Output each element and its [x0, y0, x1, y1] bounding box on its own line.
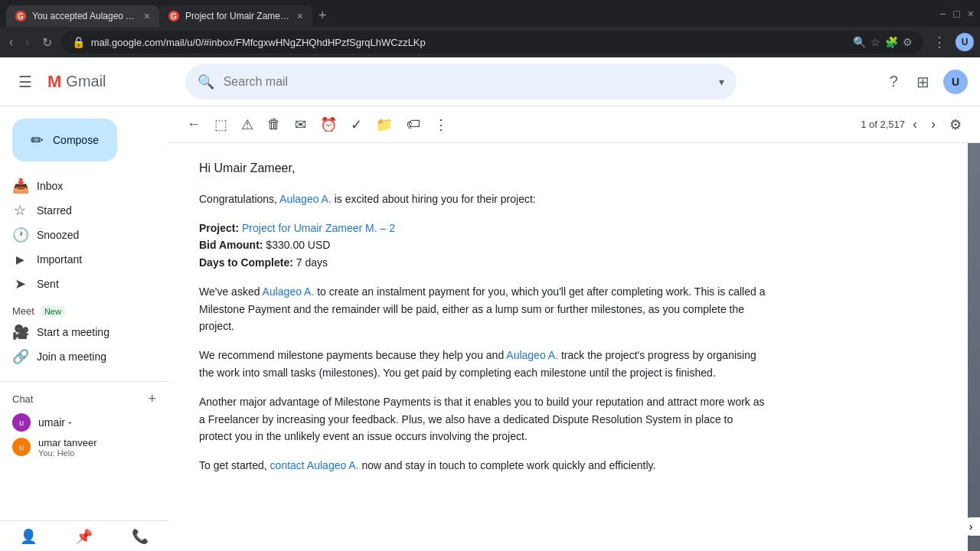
- profile-avatar[interactable]: U: [956, 33, 974, 51]
- snoozed-icon: 🕐: [12, 227, 28, 243]
- email-intro-paragraph: Congratulations, Aulageo A. is excited a…: [199, 191, 766, 207]
- sidebar-item-sent[interactable]: ➤ Sent: [0, 272, 156, 296]
- report-spam-button[interactable]: ⚠: [235, 110, 260, 139]
- email-outer: ← ⬚ ⚠ 🗑 ✉ ⏰ ✓ 📁 🏷 ⋮ 1 of 2,517 ‹ › ⚙: [168, 106, 980, 551]
- search-bar[interactable]: 🔍 ▾: [185, 64, 737, 99]
- bookmark-icon[interactable]: ☆: [871, 36, 880, 48]
- user-avatar[interactable]: U: [943, 70, 968, 94]
- sidebar-item-start-meeting[interactable]: 🎥 Start a meeting: [0, 320, 156, 344]
- tab-1[interactable]: G You accepted Aulageo A.'s Hire ×: [6, 5, 159, 27]
- email-intro-text: Congratulations,: [199, 193, 277, 205]
- email-greeting: Hi Umair Zameer,: [199, 158, 766, 178]
- gmail-m-icon: M: [47, 72, 61, 92]
- content-with-bg: Hi Umair Zameer, Congratulations, Aulage…: [168, 143, 980, 551]
- sidebar-snoozed-label: Snoozed: [37, 229, 144, 241]
- search-lens-icon[interactable]: 🔍: [853, 36, 866, 48]
- sidebar-item-starred[interactable]: ☆ Starred: [0, 198, 156, 223]
- keep-icon[interactable]: 📌: [76, 528, 93, 545]
- back-button[interactable]: ‹: [6, 32, 16, 52]
- email-para2: We've asked Aulageo A. to create an inst…: [199, 283, 766, 334]
- forward-button[interactable]: ›: [22, 32, 32, 52]
- toolbar: ← ⬚ ⚠ 🗑 ✉ ⏰ ✓ 📁 🏷 ⋮ 1 of 2,517 ‹ › ⚙: [168, 106, 980, 143]
- phone-icon[interactable]: 📞: [132, 528, 149, 545]
- tab1-title: You accepted Aulageo A.'s Hire: [32, 11, 138, 21]
- search-dropdown-icon[interactable]: ▾: [719, 76, 724, 88]
- next-email-button[interactable]: ›: [925, 110, 942, 139]
- email-body: Hi Umair Zameer, Congratulations, Aulage…: [199, 158, 766, 474]
- gmail-label: Gmail: [66, 73, 106, 90]
- chat-item-umair[interactable]: u umair -: [0, 410, 168, 435]
- add-chat-icon[interactable]: +: [148, 391, 156, 407]
- contact-link[interactable]: contact Aulageo A.: [270, 459, 359, 471]
- bid-label: Bid Amount:: [199, 239, 263, 251]
- link-icon: 🔗: [12, 348, 28, 365]
- task-button[interactable]: ✓: [345, 110, 368, 139]
- window-controls: − □ ×: [939, 8, 974, 20]
- tab-2[interactable]: G Project for Umair Zameer M. -- 2 ×: [159, 5, 312, 27]
- umair-chat-name: umair -: [38, 416, 156, 429]
- browser-chrome: G You accepted Aulageo A.'s Hire × G Pro…: [0, 0, 980, 27]
- more-icon[interactable]: ⋮: [929, 31, 949, 54]
- prev-email-button[interactable]: ‹: [906, 110, 923, 139]
- move-to-button[interactable]: 📁: [370, 110, 399, 139]
- back-to-inbox-button[interactable]: ←: [181, 110, 207, 139]
- aulageo-link-3[interactable]: Aulageo A.: [506, 349, 558, 361]
- settings-button[interactable]: ⚙: [943, 110, 968, 139]
- gmail-container: ☰ M Gmail 🔍 ▾ ? ⊞ U ✏ Compose 📥 Inbox: [0, 57, 980, 551]
- main-layout: ✏ Compose 📥 Inbox ☆ Starred 🕐 Snoozed ▶ …: [0, 106, 980, 551]
- join-meeting-label: Join a meeting: [37, 350, 144, 363]
- email-count: 1 of 2,517: [861, 119, 905, 130]
- toolbar-nav: ‹ ›: [906, 110, 942, 139]
- archive-button[interactable]: ⬚: [208, 110, 234, 139]
- snooze-button[interactable]: ⏰: [314, 110, 343, 139]
- maximize-button[interactable]: □: [953, 8, 959, 20]
- chat-item-umar-tanveer[interactable]: u umar tanveer You: Helo: [0, 435, 168, 459]
- compose-plus-icon: ✏: [31, 131, 44, 149]
- project-link[interactable]: Project for Umair Zameer M. – 2: [242, 222, 395, 234]
- delete-button[interactable]: 🗑: [261, 110, 287, 139]
- contacts-icon[interactable]: 👤: [20, 528, 37, 545]
- meet-badge: New: [41, 306, 65, 317]
- sidebar-item-join-meeting[interactable]: 🔗 Join a meeting: [0, 344, 156, 369]
- umair-avatar: u: [12, 413, 31, 432]
- tab2-close[interactable]: ×: [297, 10, 303, 22]
- aulageo-link-1[interactable]: Aulageo A.: [279, 193, 332, 205]
- email-para3: We recommend milestone payments because …: [199, 347, 766, 381]
- search-icon: 🔍: [198, 73, 214, 90]
- more-options-button[interactable]: ⋮: [428, 110, 454, 139]
- address-text: mail.google.com/mail/u/0/#inbox/FMfcgxwH…: [91, 37, 847, 48]
- meet-label: Meet: [12, 305, 34, 317]
- umar-tanveer-sub: You: Helo: [38, 448, 156, 458]
- sidebar-item-important[interactable]: ▶ Important: [0, 247, 156, 272]
- hamburger-menu[interactable]: ☰: [12, 67, 38, 97]
- help-icon[interactable]: ?: [885, 68, 903, 95]
- chrome-ext-icon[interactable]: ⚙: [903, 36, 913, 48]
- chat-section: Chat + u umair - u umar tanveer You: Hel…: [0, 381, 168, 465]
- new-tab-button[interactable]: +: [312, 5, 333, 27]
- browser-tabs: G You accepted Aulageo A.'s Hire × G Pro…: [6, 0, 927, 27]
- important-icon: ▶: [12, 253, 28, 266]
- search-input[interactable]: [224, 75, 710, 89]
- video-icon: 🎥: [12, 324, 28, 341]
- puzzle-icon[interactable]: 🧩: [885, 36, 898, 48]
- aulageo-link-2[interactable]: Aulageo A.: [263, 285, 315, 298]
- address-bar[interactable]: 🔒 mail.google.com/mail/u/0/#inbox/FMfcgx…: [61, 31, 923, 54]
- email-para3-start: We recommend milestone payments because …: [199, 349, 506, 361]
- header-right: ? ⊞ U: [885, 68, 968, 96]
- compose-button[interactable]: ✏ Compose: [12, 119, 117, 161]
- apps-icon[interactable]: ⊞: [912, 68, 934, 96]
- minimize-button[interactable]: −: [939, 8, 946, 20]
- reload-button[interactable]: ↻: [39, 32, 55, 53]
- sidebar-bottom: 👤 📌 📞: [0, 520, 168, 551]
- close-button[interactable]: ×: [968, 8, 974, 20]
- label-button[interactable]: 🏷: [400, 110, 426, 139]
- sidebar-item-inbox[interactable]: 📥 Inbox: [0, 174, 156, 198]
- starred-icon: ☆: [12, 202, 28, 219]
- mark-unread-button[interactable]: ✉: [289, 110, 312, 139]
- sidebar-item-snoozed[interactable]: 🕐 Snoozed: [0, 223, 156, 247]
- sidebar: ✏ Compose 📥 Inbox ☆ Starred 🕐 Snoozed ▶ …: [0, 106, 168, 551]
- gmail-logo: M Gmail: [47, 72, 106, 92]
- tab1-close[interactable]: ×: [144, 10, 150, 22]
- email-para4: Another major advantage of Milestone Pay…: [199, 393, 766, 445]
- days-label: Days to Complete:: [199, 256, 293, 269]
